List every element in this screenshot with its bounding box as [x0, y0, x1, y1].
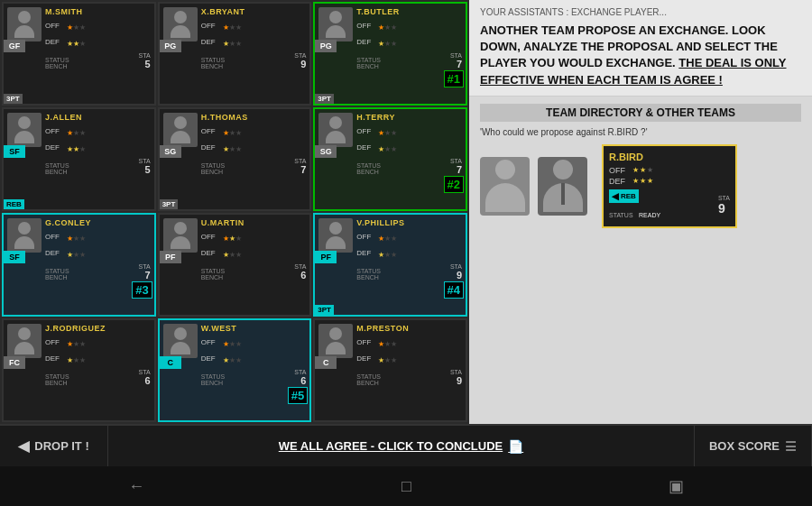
- sta-label: STA: [139, 158, 151, 164]
- player-avatar: [7, 218, 42, 253]
- player-card-10[interactable]: W.WEST OFF ★★★ DEF ★★★ STATUS BENCH: [158, 318, 312, 422]
- player-name: X.BRYANT: [201, 7, 307, 16]
- status-label: STATUS: [45, 57, 69, 63]
- status-label: STATUS: [45, 268, 69, 274]
- player-card-8[interactable]: V.PHILLIPS OFF ★★★ DEF ★★★ STATUS BENCH: [313, 213, 467, 317]
- doc-icon: 📄: [508, 439, 523, 454]
- sta-value: 9: [294, 59, 306, 69]
- status-block: STATUS BENCH: [356, 268, 381, 281]
- player-avatar: [163, 218, 198, 253]
- card-top: M.SMITH OFF ★★★ DEF ★★★ STATUS BENCH: [7, 7, 151, 69]
- bench-label: BENCH: [45, 169, 69, 175]
- off-stars: ★★★: [378, 228, 397, 244]
- rbird-stats: OFF ★ ★ ★ DEF ★ ★ ★: [609, 166, 730, 186]
- bench-label: BENCH: [45, 380, 69, 386]
- off-row: OFF ★★★: [45, 123, 151, 139]
- sta-label: STA: [450, 52, 462, 59]
- player-card-1[interactable]: X.BRYANT OFF ★★★ DEF ★★★ STATUS BENCH: [158, 2, 312, 106]
- card-top: U.MARTIN OFF ★★★ DEF ★★★ STATUS BENCH: [163, 218, 307, 281]
- status-block: STATUS BENCH: [45, 162, 69, 175]
- tie: [561, 183, 565, 205]
- bottom-row: STATUS BENCH STA 9: [356, 263, 462, 281]
- sta-label: STA: [450, 369, 462, 375]
- card-info: J.ALLEN OFF ★★★ DEF ★★★ STATUS BENCH: [45, 113, 151, 175]
- sta-label: STA: [294, 263, 306, 270]
- sta-block: STA 5: [139, 158, 151, 175]
- def-row: DEF ★★★: [201, 139, 307, 155]
- player-card-0[interactable]: M.SMITH OFF ★★★ DEF ★★★ STATUS BENCH: [2, 2, 156, 106]
- position-badge: PF: [160, 251, 181, 263]
- def-stars: ★★★: [67, 350, 86, 366]
- player-card-4[interactable]: H.THOMAS OFF ★★★ DEF ★★★ STATUS BENCH: [158, 107, 312, 211]
- back-nav-button[interactable]: ←: [110, 470, 162, 503]
- off-row: OFF ★★★: [356, 17, 462, 33]
- rbird-arrow-icon: ◀: [612, 191, 619, 201]
- position-badge: C: [315, 356, 337, 369]
- avatar-head: [329, 327, 342, 340]
- player-avatar: [318, 218, 353, 253]
- avatar-body: [326, 25, 346, 38]
- player-card-3[interactable]: J.ALLEN OFF ★★★ DEF ★★★ STATUS BENCH: [2, 107, 156, 211]
- status-label: STATUS: [201, 162, 226, 169]
- bench-label: BENCH: [356, 63, 381, 69]
- sta-label: STA: [139, 52, 151, 59]
- off-stars: ★★★: [67, 123, 86, 139]
- rbird-off-label: OFF: [609, 166, 629, 175]
- status-block: STATUS BENCH: [201, 57, 226, 69]
- sta-value: 7: [450, 164, 462, 175]
- sta-block: STA 6: [139, 369, 151, 386]
- drop-it-button[interactable]: ◀ DROP IT !: [0, 426, 108, 466]
- def-row: DEF ★★★: [201, 350, 307, 366]
- bottom-row: STATUS BENCH STA 7: [356, 158, 462, 175]
- sta-value: 7: [450, 59, 462, 69]
- who-text: 'Who could we propose against R.BIRD ?': [480, 127, 801, 137]
- player-card-7[interactable]: U.MARTIN OFF ★★★ DEF ★★★ STATUS BENCH: [158, 213, 312, 317]
- position-badge: FC: [4, 356, 25, 369]
- player-card-2[interactable]: T.BUTLER OFF ★★★ DEF ★★★ STATUS BENCH: [313, 2, 467, 106]
- player-avatar: [7, 113, 42, 147]
- player-card-9[interactable]: J.RODRIGUEZ OFF ★★★ DEF ★★★ STATUS BENCH: [2, 318, 156, 422]
- off-row: OFF ★★★: [356, 123, 462, 139]
- status-block: STATUS BENCH: [356, 162, 381, 175]
- def-row: DEF ★★★: [45, 33, 151, 50]
- def-stars: ★★★: [223, 350, 242, 366]
- sta-block: STA 7: [450, 52, 462, 69]
- we-all-agree-button[interactable]: WE ALL AGREE - CLICK TO CONCLUDE 📄: [108, 426, 695, 466]
- card-top: X.BRYANT OFF ★★★ DEF ★★★ STATUS BENCH: [163, 7, 307, 69]
- rbird-status-label: STATUS: [609, 212, 633, 218]
- team-dir-title: TEAM DIRECTORY & OTHER TEAMS: [480, 104, 801, 122]
- home-nav-button[interactable]: □: [383, 470, 429, 503]
- recent-nav-button[interactable]: ▣: [651, 469, 702, 503]
- avatar-head: [174, 116, 187, 129]
- player-card-11[interactable]: M.PRESTON OFF ★★★ DEF ★★★ STATUS BENCH: [313, 318, 467, 422]
- player-name: M.PRESTON: [356, 324, 462, 333]
- sta-label: STA: [294, 158, 306, 164]
- team-directory: TEAM DIRECTORY & OTHER TEAMS 'Who could …: [469, 97, 812, 424]
- status-label: STATUS: [356, 57, 381, 63]
- def-stars: ★★★: [67, 139, 86, 155]
- avatar-head: [329, 222, 342, 235]
- player-card-6[interactable]: G.CONLEY OFF ★★★ DEF ★★★ STATUS BENCH: [2, 213, 156, 317]
- off-stars: ★★★: [223, 228, 242, 244]
- rbird-card[interactable]: R.BIRD OFF ★ ★ ★ DEF: [602, 144, 737, 228]
- status-block: STATUS BENCH: [45, 268, 69, 281]
- player-number-badge: #2: [444, 176, 464, 193]
- status-label: STATUS: [201, 268, 226, 274]
- off-stars: ★★★: [378, 17, 397, 33]
- exchange-info: YOUR ASSISTANTS : EXCHANGE PLAYER... ANO…: [469, 0, 812, 97]
- bottom-row: STATUS BENCH STA 7: [356, 52, 462, 69]
- off-stars: ★★★: [67, 228, 86, 244]
- rbird-name: R.BIRD: [609, 152, 730, 162]
- avatar-head: [329, 11, 342, 23]
- card-info: M.SMITH OFF ★★★ DEF ★★★ STATUS BENCH: [45, 7, 151, 69]
- right-panel: YOUR ASSISTANTS : EXCHANGE PLAYER... ANO…: [469, 0, 812, 424]
- exchange-text: ANOTHER TEAM PROPOSE AN EXCHANGE. LOOK D…: [480, 23, 801, 88]
- box-score-button[interactable]: BOX SCORE ☰: [695, 426, 812, 466]
- bottom-row: STATUS BENCH STA 7: [45, 263, 151, 281]
- bottom-row: STATUS BENCH STA 7: [201, 158, 307, 175]
- rbird-def-label: DEF: [609, 177, 629, 186]
- player-grid: M.SMITH OFF ★★★ DEF ★★★ STATUS BENCH: [0, 0, 469, 424]
- bottom-row: STATUS BENCH STA 6: [201, 369, 307, 386]
- sta-label: STA: [294, 369, 306, 375]
- player-card-5[interactable]: H.TERRY OFF ★★★ DEF ★★★ STATUS BENCH: [313, 107, 467, 211]
